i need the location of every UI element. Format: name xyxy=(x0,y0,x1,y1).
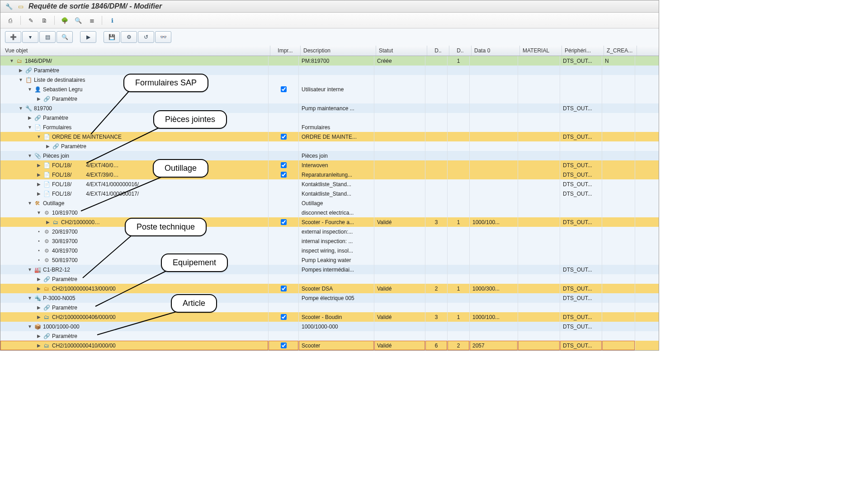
print-button[interactable]: ⎙ xyxy=(5,15,16,26)
tree-cell[interactable]: ▶🔗Paramètre xyxy=(0,113,269,122)
tree-cell[interactable]: ▼📄ORDRE DE MAINTENANCE xyxy=(0,132,269,141)
print-checkbox-cell[interactable] xyxy=(269,66,299,75)
tool-glasses-button[interactable]: 👓 xyxy=(155,31,171,43)
tree-cell[interactable]: ▼🔧819700 xyxy=(0,103,269,113)
print-checkbox[interactable] xyxy=(281,286,287,291)
leaf-icon[interactable]: • xyxy=(37,248,41,253)
print-checkbox-cell[interactable] xyxy=(269,341,299,350)
print-checkbox-cell[interactable] xyxy=(269,322,299,331)
tool-save-button[interactable]: 💾 xyxy=(104,31,120,43)
print-checkbox-cell[interactable] xyxy=(269,56,299,66)
tree-row[interactable]: ▼📄FormulairesFormulaires xyxy=(0,122,659,132)
print-checkbox-cell[interactable] xyxy=(269,94,299,103)
tree-row[interactable]: •⚙30/819700internal inspection: ... xyxy=(0,236,659,246)
expand-icon[interactable]: ▼ xyxy=(28,125,32,130)
print-checkbox[interactable] xyxy=(281,314,287,320)
print-checkbox-cell[interactable] xyxy=(269,265,299,274)
find-button[interactable]: 🔍 xyxy=(73,15,84,26)
tree-row[interactable]: ▼📄ORDRE DE MAINTENANCEORDRE DE MAINTE...… xyxy=(0,132,659,141)
collapse-icon[interactable]: ▶ xyxy=(46,220,50,225)
collapse-icon[interactable]: ▶ xyxy=(37,305,41,310)
tree-cell[interactable]: •⚙40/819700 xyxy=(0,246,269,255)
tree-cell[interactable]: ▶📄FOL/18/4/EXT/41/000000016/ xyxy=(0,179,269,189)
tree-row[interactable]: ▼⚙10/819700disconnect electrica... xyxy=(0,208,659,217)
print-checkbox-cell[interactable] xyxy=(269,189,299,198)
tree-row[interactable]: ▼👤Sebastien LegruUtilisateur interne xyxy=(0,84,659,94)
print-checkbox-cell[interactable] xyxy=(269,255,299,265)
print-checkbox-cell[interactable] xyxy=(269,227,299,236)
tool-layout-button[interactable]: ▤ xyxy=(39,31,56,43)
tree-cell[interactable]: •⚙50/819700 xyxy=(0,255,269,265)
tree-row[interactable]: •⚙40/819700inspect wiring, insol... xyxy=(0,246,659,255)
print-checkbox-cell[interactable] xyxy=(269,122,299,132)
collapse-icon[interactable]: ▶ xyxy=(37,314,41,319)
expand-icon[interactable]: ▼ xyxy=(19,106,23,111)
tree-row[interactable]: ▶📄FOL/18/4/EXT/40/0…InterwovenDTS_OUT... xyxy=(0,160,659,170)
collapse-icon[interactable]: ▶ xyxy=(37,96,41,101)
tree-cell[interactable]: ▼⚙10/819700 xyxy=(0,208,269,217)
print-checkbox[interactable] xyxy=(281,134,287,140)
collapse-icon[interactable]: ▶ xyxy=(37,333,41,338)
tree-cell[interactable]: ▶📄FOL/18/4/EXT/39/0… xyxy=(0,170,269,179)
print-checkbox-cell[interactable] xyxy=(269,312,299,322)
tree-cell[interactable]: ▶🔗Paramètre xyxy=(0,303,269,312)
print-checkbox-cell[interactable] xyxy=(269,208,299,217)
leaf-icon[interactable]: • xyxy=(37,258,41,263)
new-button[interactable]: 🗎 xyxy=(39,15,50,26)
tree-cell[interactable]: ▶🗂CH2/10000000410/000/00 xyxy=(0,341,269,350)
tool-run-button[interactable]: ▶ xyxy=(80,31,96,43)
col-d1[interactable]: D.. xyxy=(427,46,449,56)
col-tree[interactable]: Vue objet xyxy=(0,46,270,56)
tree-cell[interactable]: ▶🔗Paramètre xyxy=(0,274,269,284)
expand-icon[interactable]: ▼ xyxy=(37,134,41,139)
print-checkbox-cell[interactable] xyxy=(269,303,299,312)
print-checkbox-cell[interactable] xyxy=(269,141,299,151)
tool-gear-button[interactable]: ⚙ xyxy=(121,31,137,43)
print-checkbox-cell[interactable] xyxy=(269,84,299,94)
info-button[interactable]: ℹ xyxy=(107,15,118,26)
expand-icon[interactable]: ▼ xyxy=(28,87,32,92)
collapse-icon[interactable]: ▶ xyxy=(37,277,41,282)
print-checkbox-cell[interactable] xyxy=(269,103,299,113)
tree-row[interactable]: ▼🔧819700Pump maintenance ...DTS_OUT... xyxy=(0,103,659,113)
expand-icon[interactable]: ▼ xyxy=(37,210,41,215)
tree-row[interactable]: ▼🗂1846/DPM/PM:819700Créée1DTS_OUT...N xyxy=(0,56,659,66)
tree-cell[interactable]: ▼📎Pièces join xyxy=(0,151,269,160)
col-impr[interactable]: Impr... xyxy=(270,46,301,56)
tree-row[interactable]: ▼📋Liste de destinataires xyxy=(0,75,659,84)
leaf-icon[interactable]: • xyxy=(37,229,41,234)
tree-row[interactable]: ▶📄FOL/18/4/EXT/39/0…Reparaturanleitung..… xyxy=(0,170,659,179)
tree-cell[interactable]: •⚙30/819700 xyxy=(0,236,269,246)
tree-row[interactable]: ▶🔗Paramètre xyxy=(0,113,659,122)
print-checkbox-cell[interactable] xyxy=(269,331,299,341)
tree-cell[interactable]: ▼🛠Outillage xyxy=(0,198,269,208)
tree-row[interactable]: ▼🛠OutillageOutillage xyxy=(0,198,659,208)
tree-row[interactable]: ▶🔗Paramètre xyxy=(0,331,659,341)
print-checkbox-cell[interactable] xyxy=(269,151,299,160)
collapse-icon[interactable]: ▶ xyxy=(37,191,41,196)
tree-cell[interactable]: ▼🗂1846/DPM/ xyxy=(0,56,269,66)
print-checkbox[interactable] xyxy=(281,162,287,168)
stack-button[interactable]: ≣ xyxy=(86,15,97,26)
collapse-icon[interactable]: ▶ xyxy=(46,144,50,149)
tool-add-button[interactable]: ➕ xyxy=(5,31,21,43)
tree-button[interactable]: 🌳 xyxy=(59,15,70,26)
tree-cell[interactable]: ▶🔗Paramètre xyxy=(0,94,269,103)
tree-row[interactable]: ▶🔗Paramètre xyxy=(0,94,659,103)
tree-row[interactable]: ▶🗂CH2/1000000…Scooter - Fourche a...Vali… xyxy=(0,217,659,227)
tree-row[interactable]: ▶🗂CH2/10000000413/000/00Scooter DSAValid… xyxy=(0,284,659,293)
tree-cell[interactable]: ▶🔗Paramètre xyxy=(0,331,269,341)
col-stat[interactable]: Statut xyxy=(376,46,427,56)
print-checkbox-cell[interactable] xyxy=(269,75,299,84)
tree-cell[interactable]: ▼🏭C1-BR2-12 xyxy=(0,265,269,274)
print-checkbox-cell[interactable] xyxy=(269,284,299,293)
tree-cell[interactable]: ▶🗂CH2/10000000413/000/00 xyxy=(0,284,269,293)
print-checkbox[interactable] xyxy=(281,219,287,225)
col-mat[interactable]: MATERIAL xyxy=(520,46,562,56)
tree-row[interactable]: ▶🗂CH2/10000000410/000/00ScooterValidé622… xyxy=(0,341,659,350)
collapse-icon[interactable]: ▶ xyxy=(28,115,32,120)
tree-cell[interactable]: ▶🔗Paramètre xyxy=(0,141,269,151)
tree-row[interactable]: ▶📄FOL/18/4/EXT/41/000000017/Kontaktliste… xyxy=(0,189,659,198)
tree-row[interactable]: ▶🔗Paramètre xyxy=(0,141,659,151)
expand-icon[interactable]: ▼ xyxy=(28,324,32,329)
